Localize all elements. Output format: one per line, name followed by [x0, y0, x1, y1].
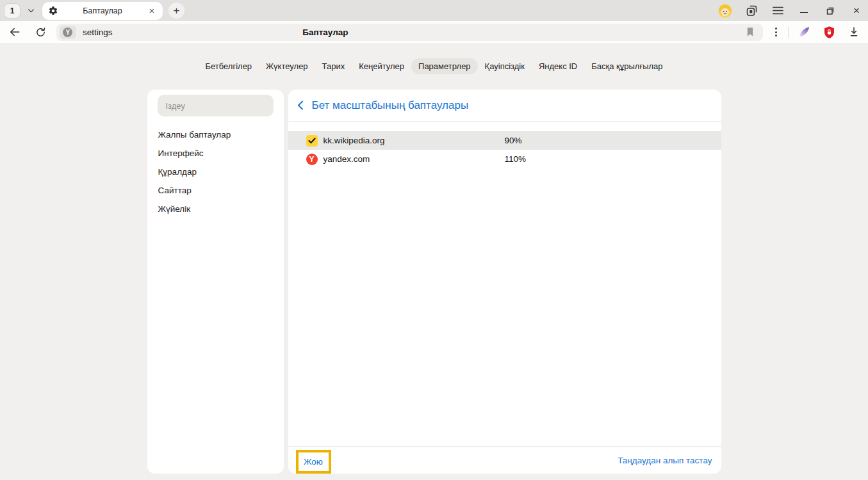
nav-tab-security[interactable]: Қауіпсіздік: [478, 58, 532, 74]
yandex-favicon-icon: Y: [306, 154, 318, 165]
sidebar-item-interface[interactable]: Интерфейс: [158, 144, 274, 163]
new-tab-button[interactable]: +: [168, 3, 184, 19]
sidebar-item-tools[interactable]: Құралдар: [158, 163, 274, 181]
delete-button[interactable]: Жою: [304, 457, 323, 467]
settings-page: Бетбелгілер Жүктеулер Тарих Кеңейтулер П…: [0, 43, 868, 480]
zoom-value: 110%: [505, 154, 527, 164]
nav-tab-bookmarks[interactable]: Бетбелгілер: [198, 58, 259, 74]
bookmark-flag-icon[interactable]: [744, 26, 757, 41]
address-bar-page-title: Баптаулар: [302, 28, 348, 37]
table-row[interactable]: Y yandex.com 110%: [288, 150, 721, 168]
avatar[interactable]: [717, 3, 733, 19]
close-icon[interactable]: ×: [849, 3, 864, 19]
address-bar[interactable]: Y settings Баптаулар: [56, 24, 763, 41]
nav-tab-settings[interactable]: Параметрлер: [411, 58, 478, 74]
settings-nav-tabs: Бетбелгілер Жүктеулер Тарих Кеңейтулер П…: [0, 43, 868, 74]
protect-shield-icon[interactable]: [822, 25, 836, 39]
minimize-icon[interactable]: [796, 3, 812, 19]
active-tab[interactable]: Баптаулар ×: [42, 2, 163, 20]
reload-icon[interactable]: [34, 25, 48, 39]
toolbar-divider: [788, 27, 789, 38]
site-name: yandex.com: [323, 154, 370, 164]
kebab-dots-icon[interactable]: [771, 28, 780, 36]
nav-tab-history[interactable]: Тарих: [315, 58, 352, 74]
action-highlight-box: Жою: [296, 450, 331, 474]
zoom-value: 90%: [505, 136, 522, 145]
content-header: Бет масштабының баптаулары: [288, 90, 721, 122]
sidebar-item-sites[interactable]: Сайттар: [158, 181, 274, 200]
deselect-link[interactable]: Таңдаудан алып тастау: [618, 456, 712, 465]
yandex-y-icon: Y: [63, 28, 72, 37]
browser-toolbar: Y settings Баптаулар: [0, 21, 868, 43]
nav-tab-downloads[interactable]: Жүктеулер: [259, 58, 315, 74]
checkbox-checked-icon[interactable]: [306, 135, 318, 147]
hamburger-menu-icon[interactable]: [770, 3, 785, 19]
settings-sidebar: Жалпы баптаулар Интерфейс Құралдар Сайтт…: [147, 90, 284, 474]
nav-tab-yandex-id[interactable]: Яндекс ID: [532, 58, 584, 74]
tab-counter-button[interactable]: 1: [4, 3, 20, 19]
table-row[interactable]: kk.wikipedia.org 90%: [288, 131, 721, 150]
back-arrow-icon[interactable]: [8, 25, 22, 39]
nav-tab-other-devices[interactable]: Басқа құрылғылар: [584, 58, 669, 74]
feather-icon[interactable]: [797, 25, 811, 39]
sidebar-item-general[interactable]: Жалпы баптаулар: [158, 125, 274, 144]
tab-close-icon[interactable]: ×: [147, 6, 157, 15]
search-input[interactable]: [158, 95, 274, 116]
site-name: kk.wikipedia.org: [323, 136, 385, 145]
tab-panels-icon[interactable]: [744, 3, 759, 19]
page-title: Бет масштабының баптаулары: [312, 99, 469, 112]
page-zoom-settings-panel: Бет масштабының баптаулары kk.wikipedia.…: [288, 90, 721, 474]
sidebar-item-system[interactable]: Жүйелік: [158, 200, 274, 218]
nav-tab-extensions[interactable]: Кеңейтулер: [352, 58, 411, 74]
settings-gear-icon: [48, 6, 58, 16]
url-text: settings: [83, 28, 113, 37]
back-chevron-icon[interactable]: [297, 100, 306, 111]
site-favicon-chip[interactable]: Y: [60, 26, 76, 39]
tabs-dropdown-chevron-icon[interactable]: [24, 4, 38, 18]
site-zoom-list: kk.wikipedia.org 90% Y yandex.com 110%: [288, 131, 721, 168]
content-footer: Жою Таңдаудан алып тастау: [288, 446, 721, 474]
download-icon[interactable]: [847, 25, 861, 39]
restore-icon[interactable]: [823, 3, 838, 19]
tab-title: Баптаулар: [58, 6, 147, 15]
tab-strip: 1 Баптаулар × +: [0, 0, 868, 21]
